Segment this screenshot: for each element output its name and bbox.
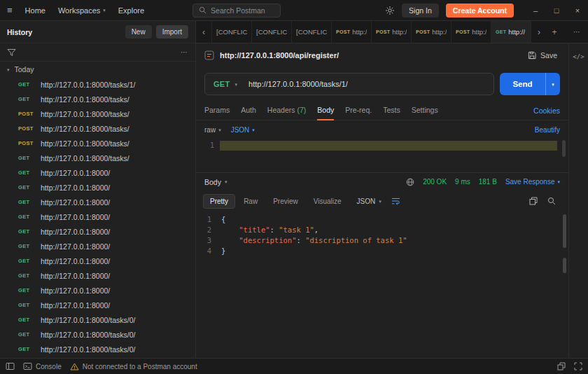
- history-item[interactable]: GEThttp://127.0.0.1:8000/tasks/0/: [0, 312, 195, 327]
- history-item[interactable]: GEThttp://127.0.0.1:8000/: [0, 209, 195, 224]
- tab-body[interactable]: Body: [317, 101, 334, 120]
- settings-icon[interactable]: [385, 6, 395, 15]
- open-tab[interactable]: POSThttp:/: [412, 21, 451, 43]
- send-options-icon[interactable]: ▾: [546, 82, 560, 87]
- response-code[interactable]: 1{2 "title": "task 1",3 "description": "…: [196, 214, 568, 256]
- line-number: 2: [196, 225, 211, 235]
- tab-auth[interactable]: Auth: [241, 101, 256, 120]
- history-item[interactable]: GEThttp://127.0.0.1:8000/tasks/0/: [0, 342, 195, 356]
- scroll-tabs-left-icon[interactable]: ‹: [196, 27, 211, 37]
- tab-prereq[interactable]: Pre-req.: [345, 101, 372, 120]
- scrollbar-thumb[interactable]: [563, 214, 566, 248]
- new-tab-button[interactable]: +: [547, 27, 562, 37]
- network-icon[interactable]: [406, 178, 414, 186]
- search-box[interactable]: Search Postman: [192, 4, 281, 18]
- history-filter-row: ⋯: [0, 43, 195, 62]
- save-response-button[interactable]: Save Response ▾: [505, 178, 560, 186]
- history-item[interactable]: GEThttp://127.0.0.1:8000/tasks/: [0, 92, 195, 106]
- content-row: http://127.0.0.1:8000/api/register/ Save: [196, 43, 588, 358]
- open-tab[interactable]: [CONFLICT: [212, 21, 252, 43]
- code-snippet-icon[interactable]: </>: [573, 53, 584, 358]
- history-item[interactable]: GEThttp://127.0.0.1:8000/: [0, 254, 195, 268]
- new-button[interactable]: New: [125, 25, 152, 39]
- response-tab-pretty[interactable]: Pretty: [203, 194, 235, 209]
- response-body-select[interactable]: Body ▾: [204, 178, 227, 186]
- explore-link[interactable]: Explore: [118, 6, 144, 15]
- body-mode-select[interactable]: raw ▾: [204, 126, 221, 134]
- headers-count: (7): [298, 101, 307, 120]
- tab-label: http:/: [432, 28, 447, 36]
- history-item[interactable]: GEThttp://127.0.0.1:8000/: [0, 224, 195, 239]
- history-item[interactable]: GEThttp://127.0.0.1:8000/: [0, 239, 195, 254]
- open-tab[interactable]: [CONFLICT: [292, 21, 332, 43]
- history-item[interactable]: POSThttp://127.0.0.1:8000/tasks/: [0, 106, 195, 121]
- response-format-select[interactable]: JSON ▾: [357, 198, 382, 205]
- body-format-select[interactable]: JSON ▾: [231, 126, 255, 134]
- history-item[interactable]: GEThttp://127.0.0.1:8000/tasks/: [0, 151, 195, 165]
- create-account-button[interactable]: Create Account: [446, 4, 514, 18]
- send-button[interactable]: Send ▾: [500, 73, 560, 95]
- connection-status[interactable]: Not connected to a Postman account: [70, 363, 197, 370]
- history-item[interactable]: GEThttp://127.0.0.1:8000/: [0, 165, 195, 180]
- response-time[interactable]: 9 ms: [455, 178, 470, 186]
- request-title-row: http://127.0.0.1:8000/api/register/ Save: [196, 43, 568, 67]
- editor-scrollbar[interactable]: [562, 140, 566, 157]
- response-tab-raw[interactable]: Raw: [237, 194, 265, 209]
- tab-options-icon[interactable]: ⋯: [566, 28, 588, 36]
- history-item[interactable]: GEThttp://127.0.0.1:8000/: [0, 195, 195, 209]
- tab-headers[interactable]: Headers(7): [267, 101, 307, 120]
- history-group-today[interactable]: ▾ Today: [0, 62, 195, 77]
- chevron-down-icon: ▾: [379, 199, 382, 204]
- open-tab[interactable]: POSThttp:/: [451, 21, 491, 43]
- history-more-icon[interactable]: ⋯: [181, 48, 188, 56]
- history-item[interactable]: GEThttp://127.0.0.1:8000/: [0, 180, 195, 195]
- close-button[interactable]: ×: [567, 4, 588, 18]
- tab-label: http:/: [472, 28, 486, 36]
- scrollbar-thumb[interactable]: [563, 258, 566, 273]
- open-tab[interactable]: GEThttp://: [491, 21, 531, 43]
- two-pane-icon[interactable]: [557, 362, 566, 370]
- body-mode-label: raw: [204, 126, 216, 134]
- response-tab-visualize[interactable]: Visualize: [307, 194, 349, 209]
- sign-in-button[interactable]: Sign In: [402, 4, 439, 18]
- history-item[interactable]: GEThttp://127.0.0.1:8000/: [0, 268, 195, 283]
- scroll-tabs-right-icon[interactable]: ›: [531, 27, 547, 37]
- status-badge[interactable]: 200 OK: [423, 178, 447, 186]
- search-response-icon[interactable]: [547, 197, 556, 205]
- history-item[interactable]: POSThttp://127.0.0.1:8000/tasks/: [0, 136, 195, 151]
- open-tab[interactable]: [CONFLICT]: [252, 21, 292, 43]
- console-button[interactable]: Console: [23, 362, 62, 370]
- minimize-button[interactable]: –: [525, 4, 546, 18]
- history-item[interactable]: POSThttp://127.0.0.1:8000/tasks/: [0, 121, 195, 136]
- cookies-link[interactable]: Cookies: [533, 106, 560, 115]
- tab-settings[interactable]: Settings: [412, 101, 438, 120]
- open-tab[interactable]: POSThttp:/: [372, 21, 412, 43]
- import-button[interactable]: Import: [156, 25, 188, 39]
- beautify-link[interactable]: Beautify: [535, 126, 560, 134]
- save-button[interactable]: Save: [528, 51, 560, 60]
- tab-label: [CONFLICT]: [256, 28, 287, 36]
- filter-icon[interactable]: [7, 48, 16, 57]
- tab-tests[interactable]: Tests: [383, 101, 400, 120]
- history-item[interactable]: GEThttp://127.0.0.1:8000/: [0, 298, 195, 312]
- wrap-lines-icon[interactable]: [391, 197, 400, 205]
- open-tab[interactable]: POSThttp:/: [332, 21, 372, 43]
- method-selector[interactable]: GET ▾: [205, 74, 246, 95]
- request-body-editor[interactable]: 1: [196, 139, 568, 172]
- method-badge: GET: [18, 184, 36, 191]
- response-tab-preview[interactable]: Preview: [266, 194, 305, 209]
- workspaces-menu[interactable]: Workspaces ▾: [58, 6, 106, 15]
- maximize-button[interactable]: □: [546, 4, 567, 18]
- tab-params[interactable]: Params: [204, 101, 230, 120]
- main-menu-icon[interactable]: ≡: [7, 5, 13, 15]
- home-link[interactable]: Home: [25, 6, 46, 15]
- url-input[interactable]: http://127.0.0.1:8000/tasks/1/: [246, 80, 348, 88]
- expand-icon[interactable]: [574, 362, 582, 370]
- response-size[interactable]: 181 B: [479, 178, 497, 186]
- method-badge: GET: [18, 169, 36, 176]
- history-item[interactable]: GEThttp://127.0.0.1:8000/tasks/0/: [0, 327, 195, 342]
- copy-icon[interactable]: [529, 197, 538, 205]
- history-item[interactable]: GEThttp://127.0.0.1:8000/tasks/1/: [0, 77, 195, 92]
- toggle-sidebar-icon[interactable]: [6, 362, 15, 370]
- history-item[interactable]: GEThttp://127.0.0.1:8000/: [0, 283, 195, 298]
